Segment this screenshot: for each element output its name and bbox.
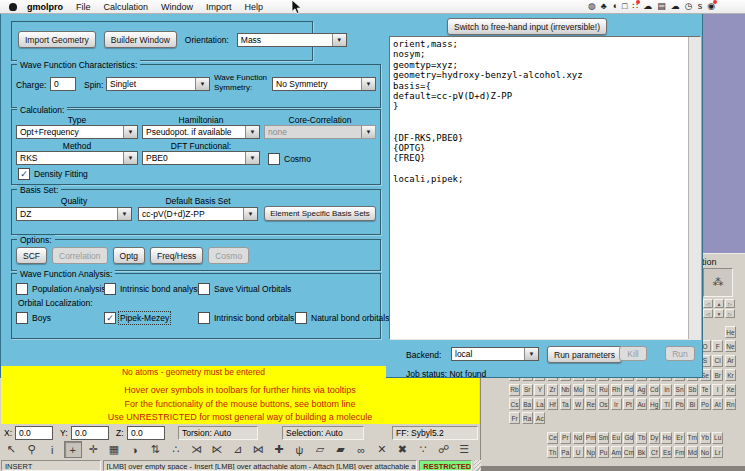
link-bond-tool-icon[interactable]: ∞ (352, 441, 370, 458)
measure-tool-icon[interactable]: ☍ (435, 441, 453, 458)
element-pr[interactable]: Pr (560, 432, 571, 444)
x-input[interactable]: 0.0 (15, 426, 53, 440)
element-pt[interactable]: Pt (623, 398, 634, 410)
info-tool-icon[interactable]: i (43, 441, 61, 458)
element-f[interactable]: F (712, 340, 723, 352)
rotate-fragment-tool-icon[interactable]: ⋊ (187, 441, 205, 458)
switch-freehand-button[interactable]: Switch to free-hand input (irreversible!… (447, 18, 607, 35)
menu-item-file[interactable]: File (76, 2, 91, 12)
apple-menu-icon[interactable] (9, 3, 17, 11)
rotate-pad-button[interactable]: ▷ (725, 309, 735, 318)
resize-grip-icon[interactable] (474, 460, 481, 471)
element-md[interactable]: Md (687, 446, 698, 458)
element-u[interactable]: U (573, 446, 584, 458)
element-te[interactable]: Te (700, 384, 711, 396)
checkbox-boys[interactable]: Boys (16, 312, 51, 324)
element-sm[interactable]: Sm (598, 432, 609, 444)
element-ir[interactable]: Ir (611, 398, 622, 410)
optg-button[interactable]: Optg (113, 247, 145, 264)
checkbox-save-virtual-orbitals[interactable]: Save Virtual Orbitals (198, 283, 291, 295)
charge-input[interactable]: 0 (50, 77, 76, 91)
checkbox-population-analysis[interactable]: Population Analysis (16, 283, 106, 295)
builder-window-button[interactable]: Builder Window (104, 31, 177, 48)
element-hg[interactable]: Hg (649, 398, 660, 410)
element-am[interactable]: Am (611, 446, 622, 458)
app-menu[interactable]: gmolpro (27, 2, 63, 12)
element-pm[interactable]: Pm (585, 432, 596, 444)
element-he[interactable]: He (725, 326, 736, 338)
method-select[interactable]: RKS▼ (16, 151, 138, 165)
symmetry-select[interactable]: No Symmetry▼ (272, 77, 376, 91)
bond-length-tool-icon[interactable]: ⇅ (146, 441, 164, 458)
menu-item-window[interactable]: Window (161, 2, 193, 12)
menu-item-help[interactable]: Help (245, 2, 264, 12)
element-sr[interactable]: Sr (522, 384, 533, 396)
element-bk[interactable]: Bk (636, 446, 647, 458)
molpro-input-text[interactable]: orient,mass; nosym; geomtyp=xyz; geometr… (393, 39, 687, 337)
element-er[interactable]: Er (674, 432, 685, 444)
valence-tool-icon[interactable]: ψ (290, 441, 308, 458)
cloud-icon[interactable]: ☁ (671, 2, 680, 11)
s-icon[interactable]: s (698, 2, 703, 11)
clock-icon[interactable]: ◷ (685, 2, 693, 11)
menu-item-import[interactable]: Import (206, 2, 232, 12)
delete-bond-tool-icon[interactable]: ✖ (393, 441, 411, 458)
cosmo-checkbox[interactable]: Cosmo (268, 153, 311, 165)
checkbox-icon[interactable]: ✓ (18, 168, 30, 180)
element-dy[interactable]: Dy (649, 432, 660, 444)
element-ba[interactable]: Ba (522, 398, 533, 410)
small-fragment-tool-icon[interactable]: ∵ (414, 441, 432, 458)
element-pb[interactable]: Pb (674, 398, 685, 410)
dock-icon[interactable]: ∷ (633, 2, 639, 11)
element-y[interactable]: Y (534, 384, 545, 396)
element-gd[interactable]: Gd (623, 432, 634, 444)
element-cl[interactable]: Cl (712, 355, 723, 367)
selection-field[interactable]: Selection: Auto (282, 426, 364, 440)
import-geometry-button[interactable]: Import Geometry (18, 31, 96, 48)
element-ne[interactable]: Ne (725, 340, 736, 352)
checkbox-icon[interactable] (268, 153, 280, 165)
element-kr[interactable]: Kr (725, 369, 736, 381)
volume-icon[interactable]: ◖ (612, 2, 617, 11)
element-ru[interactable]: Ru (598, 384, 609, 396)
element-nb[interactable]: Nb (560, 384, 571, 396)
element-w[interactable]: W (573, 398, 584, 410)
element-fm[interactable]: Fm (674, 446, 685, 458)
molecule-preview-icon[interactable]: ⁂ (703, 268, 733, 297)
orientation-select[interactable]: Mass▼ (237, 33, 347, 47)
checkbox-intrinsic-bond-orbitals[interactable]: Intrinsic bond orbitals (198, 312, 294, 324)
freq-hess-button[interactable]: Freq/Hess (150, 247, 203, 264)
y-input[interactable]: 0.0 (71, 426, 109, 440)
element-cm[interactable]: Cm (623, 446, 634, 458)
checkbox-icon[interactable] (16, 283, 28, 295)
twist-fragment-tool-icon[interactable]: ⋉ (208, 441, 226, 458)
element-lu[interactable]: Lu (712, 432, 723, 444)
element-rb[interactable]: Rb (509, 384, 520, 396)
bond-angle-tool-icon[interactable]: ⊿ (229, 441, 247, 458)
element-zr[interactable]: Zr (547, 384, 558, 396)
element-cs[interactable]: Cs (509, 398, 520, 410)
element-mo[interactable]: Mo (573, 384, 584, 396)
torsion-field[interactable]: Torsion: Auto (178, 426, 258, 440)
element-ag[interactable]: Ag (636, 384, 647, 396)
element-tb[interactable]: Tb (636, 432, 647, 444)
element-cf[interactable]: Cf (649, 446, 660, 458)
plane-tool-icon[interactable]: ▱ (311, 441, 329, 458)
element-au[interactable]: Au (636, 398, 647, 410)
move-tool-icon[interactable]: ✛ (84, 441, 102, 458)
list-tool-icon[interactable]: ☰ (455, 441, 473, 458)
element-at[interactable]: At (712, 398, 723, 410)
backend-select[interactable]: local▼ (451, 347, 539, 361)
element-rh[interactable]: Rh (611, 384, 622, 396)
render-tool-icon[interactable]: ◑ (126, 441, 144, 458)
restricted-badge[interactable]: RESTRICTED (419, 460, 472, 471)
display-icon[interactable]: ▤ (657, 2, 666, 11)
element-bi[interactable]: Bi (687, 398, 698, 410)
element-re[interactable]: Re (585, 398, 596, 410)
element-tl[interactable]: Tl (661, 398, 672, 410)
element-eu[interactable]: Eu (611, 432, 622, 444)
element-tc[interactable]: Tc (585, 384, 596, 396)
run-parameters-button[interactable]: Run parameters (547, 346, 622, 363)
element-xe[interactable]: Xe (725, 384, 736, 396)
input-editor[interactable]: orient,mass; nosym; geomtyp=xyz; geometr… (389, 36, 701, 340)
